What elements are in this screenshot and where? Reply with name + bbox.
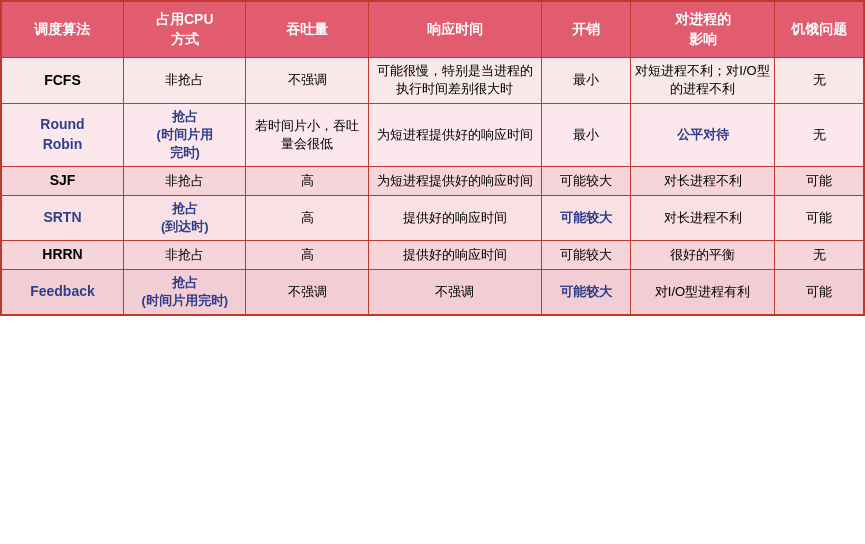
- response-cell: 提供好的响应时间: [368, 195, 541, 240]
- table-row: RoundRobin抢占(时间片用完时)若时间片小，吞吐量会很低为短进程提供好的…: [1, 103, 864, 167]
- throughput-cell: 高: [246, 167, 368, 196]
- throughput-cell: 不强调: [246, 58, 368, 103]
- header-cost: 开销: [541, 1, 630, 58]
- starvation-cell: 无: [775, 103, 864, 167]
- cpu-cell: 非抢占: [123, 241, 245, 270]
- cpu-cell: 抢占(时间片用完时): [123, 103, 245, 167]
- starvation-cell: 可能: [775, 269, 864, 315]
- starvation-cell: 无: [775, 241, 864, 270]
- cost-cell: 可能较大: [541, 167, 630, 196]
- starvation-cell: 可能: [775, 167, 864, 196]
- cpu-cell: 非抢占: [123, 58, 245, 103]
- process-cell: 对短进程不利；对I/O型的进程不利: [630, 58, 775, 103]
- table-row: FCFS非抢占不强调可能很慢，特别是当进程的执行时间差别很大时最小对短进程不利；…: [1, 58, 864, 103]
- algo-name-cell: SRTN: [1, 195, 123, 240]
- cpu-cell: 非抢占: [123, 167, 245, 196]
- header-throughput: 吞吐量: [246, 1, 368, 58]
- algo-name-cell: Feedback: [1, 269, 123, 315]
- process-cell: 对长进程不利: [630, 195, 775, 240]
- table-row: Feedback抢占(时间片用完时)不强调不强调可能较大对I/O型进程有利可能: [1, 269, 864, 315]
- header-response: 响应时间: [368, 1, 541, 58]
- header-starvation: 饥饿问题: [775, 1, 864, 58]
- header-cpu: 占用CPU方式: [123, 1, 245, 58]
- process-cell: 公平对待: [630, 103, 775, 167]
- algo-name: HRRN: [42, 246, 82, 262]
- cost-cell: 可能较大: [541, 241, 630, 270]
- table-row: HRRN非抢占高提供好的响应时间可能较大很好的平衡无: [1, 241, 864, 270]
- scheduling-table: 调度算法 占用CPU方式 吞吐量 响应时间 开销 对进程的影响 饥饿问题 FCF…: [0, 0, 865, 316]
- cpu-cell: 抢占(到达时): [123, 195, 245, 240]
- process-cell: 对长进程不利: [630, 167, 775, 196]
- throughput-cell: 高: [246, 195, 368, 240]
- header-algo: 调度算法: [1, 1, 123, 58]
- cpu-cell: 抢占(时间片用完时): [123, 269, 245, 315]
- cost-cell: 最小: [541, 103, 630, 167]
- algo-name: SJF: [50, 172, 76, 188]
- response-cell: 可能很慢，特别是当进程的执行时间差别很大时: [368, 58, 541, 103]
- process-cell: 对I/O型进程有利: [630, 269, 775, 315]
- cost-cell: 最小: [541, 58, 630, 103]
- algo-name-cell: RoundRobin: [1, 103, 123, 167]
- algo-name: SRTN: [43, 209, 81, 225]
- throughput-cell: 若时间片小，吞吐量会很低: [246, 103, 368, 167]
- throughput-cell: 高: [246, 241, 368, 270]
- response-cell: 为短进程提供好的响应时间: [368, 167, 541, 196]
- header-process: 对进程的影响: [630, 1, 775, 58]
- algo-name: RoundRobin: [40, 116, 84, 152]
- algo-name: Feedback: [30, 283, 95, 299]
- starvation-cell: 可能: [775, 195, 864, 240]
- table-row: SRTN抢占(到达时)高提供好的响应时间可能较大对长进程不利可能: [1, 195, 864, 240]
- algo-name-cell: SJF: [1, 167, 123, 196]
- algo-name-cell: FCFS: [1, 58, 123, 103]
- throughput-cell: 不强调: [246, 269, 368, 315]
- starvation-cell: 无: [775, 58, 864, 103]
- cost-cell: 可能较大: [541, 269, 630, 315]
- algo-name: FCFS: [44, 72, 81, 88]
- response-cell: 为短进程提供好的响应时间: [368, 103, 541, 167]
- header-row: 调度算法 占用CPU方式 吞吐量 响应时间 开销 对进程的影响 饥饿问题: [1, 1, 864, 58]
- process-cell: 很好的平衡: [630, 241, 775, 270]
- response-cell: 提供好的响应时间: [368, 241, 541, 270]
- algo-name-cell: HRRN: [1, 241, 123, 270]
- table-row: SJF非抢占高为短进程提供好的响应时间可能较大对长进程不利可能: [1, 167, 864, 196]
- cost-cell: 可能较大: [541, 195, 630, 240]
- response-cell: 不强调: [368, 269, 541, 315]
